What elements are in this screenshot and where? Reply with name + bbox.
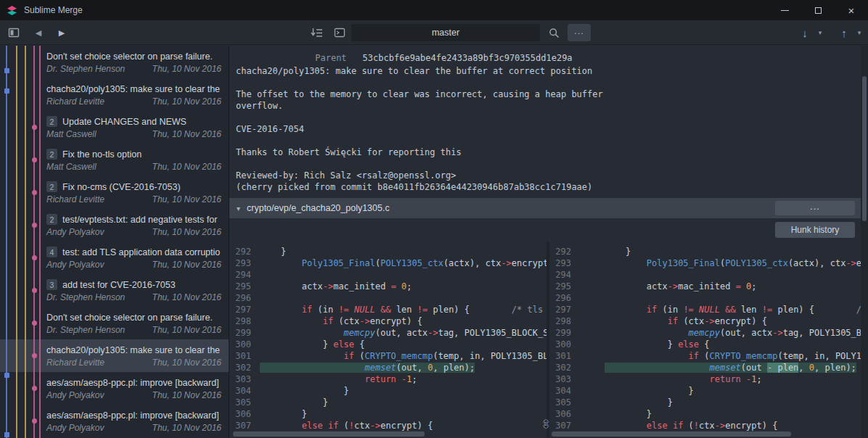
code-text [260, 270, 265, 280]
file-name: crypto/evp/e_chacha20_poly1305.c [247, 203, 390, 213]
commit-message: chacha20/poly1305: make sure to clear th… [236, 65, 868, 193]
commit-message-line [236, 77, 868, 88]
line-number: 301 [232, 350, 251, 362]
push-options-button[interactable]: ▾ [853, 24, 865, 41]
parent-commit-row: Parent53cbcbf6e9abe4fe2433a89bf3c970355d… [236, 46, 868, 52]
line-number: 294 [552, 269, 571, 281]
file-more-button[interactable]: ... [775, 201, 855, 215]
line-number: 298 [552, 315, 571, 327]
commit-author: Andy Polyakov [46, 227, 104, 237]
line-number: 306 [232, 408, 251, 420]
vertical-scrollbar[interactable] [861, 46, 868, 438]
commit-row[interactable]: aes/asm/aesp8-ppc.pl: improve [backward]… [0, 405, 229, 437]
commit-message-line: (cherry picked from commit b8e4011fb2636… [236, 181, 868, 193]
commit-row[interactable]: 2Fix the no-tls optionMatt CaswellThu, 1… [0, 144, 229, 176]
commit-row[interactable]: aes/asm/aesp8-ppc.pl: improve [backward]… [0, 372, 229, 405]
commit-row[interactable]: 2Update CHANGES and NEWSMatt CaswellThu,… [0, 111, 229, 144]
maximize-button[interactable] [801, 0, 835, 20]
horizontal-scrollbar-left[interactable] [233, 431, 425, 437]
code-text: actx->mac_inited = 0; [605, 281, 757, 292]
commit-row[interactable]: 3add test for CVE-2016-7053Dr. Stephen H… [0, 274, 229, 307]
commit-message-line: The offset to the memory to clear was in… [236, 88, 868, 100]
minimize-button[interactable] [768, 0, 801, 20]
code-text: } [605, 397, 673, 408]
commit-row[interactable]: 4test: add TLS application data corrupti… [0, 241, 229, 274]
diff-code-line: 303 return -1; [552, 373, 861, 385]
commit-row[interactable]: chacha20/poly1305: make sure to clear th… [0, 78, 229, 111]
goto-commit-button[interactable] [306, 24, 327, 41]
commit-meta: Richard LevitteThu, 10 Nov 2016 [46, 96, 221, 107]
commit-date: Thu, 10 Nov 2016 [152, 325, 221, 335]
diff-left[interactable]: 292 }293 Poly1305_Final(POLY1305_ctx(act… [229, 241, 546, 438]
commit-meta: Richard LevitteThu, 10 Nov 2016 [46, 358, 221, 368]
commit-title: 2Fix the no-tls option [46, 147, 221, 161]
pull-button[interactable]: ↓ [795, 24, 814, 41]
commit-date: Thu, 10 Nov 2016 [152, 358, 221, 368]
diff-code-line: 295 actx->mac_inited = 0; [232, 281, 546, 292]
commit-row[interactable]: 2Fix no-cms (CVE-2016-7053)Richard Levit… [0, 176, 229, 209]
commit-row[interactable]: chacha20/poly1305: make sure to clear th… [0, 339, 229, 372]
diff-code-line: 304 } [552, 385, 861, 397]
code-text: memcpy(out, actx->tag, POLY1305_BLOCK_S [605, 328, 861, 338]
commit-date: Thu, 10 Nov 2016 [152, 162, 221, 172]
file-header-bar[interactable]: ▾ crypto/evp/e_chacha20_poly1305.c ... [229, 198, 861, 218]
diff-code-line: 292 } [552, 246, 861, 257]
search-button[interactable] [544, 24, 563, 41]
commit-title: aes/asm/aesp8-ppc.pl: improve [backward] [46, 408, 221, 422]
diff-code-line: 296 [232, 292, 546, 304]
commit-date: Thu, 10 Nov 2016 [152, 423, 221, 433]
branch-selector[interactable]: master [351, 24, 540, 41]
toolbar-more-button[interactable]: ... [568, 24, 591, 41]
diff-view: 292 }293 Poly1305_Final(POLY1305_ctx(act… [229, 241, 861, 438]
diff-right[interactable]: 292 }293 Poly1305_Final(POLY1305_ctx(act… [549, 241, 861, 438]
pull-options-button[interactable]: ▾ [814, 24, 826, 41]
diff-code-line: 298 if (ctx->encrypt) { [552, 315, 861, 327]
diff-code-line: 292 } [232, 246, 546, 257]
commit-author: Dr. Stephen Henson [46, 325, 125, 335]
chevron-down-icon: ▾ [819, 29, 822, 36]
commit-row[interactable]: 2test/evptests.txt: add negative tests f… [0, 209, 229, 241]
commit-row[interactable]: Don't set choice selector on parse failu… [0, 307, 229, 339]
commit-author: Dr. Stephen Henson [46, 64, 125, 74]
diff-code-line: 306 } [552, 408, 861, 420]
commit-message-line: chacha20/poly1305: make sure to clear th… [236, 65, 868, 77]
diff-code-line: 299 memcpy(out, actx->tag, POLY1305_BLOC… [232, 327, 546, 339]
commit-count-badge: 3 [46, 279, 57, 290]
forward-button[interactable]: ▶ [52, 24, 71, 41]
commit-title: 2test/evptests.txt: add negative tests f… [46, 212, 221, 226]
code-text: } [605, 247, 631, 257]
hunk-history-label: Hunk history [791, 225, 840, 235]
line-number: 302 [232, 362, 251, 373]
commit-count-badge: 2 [46, 181, 57, 192]
commit-meta: Dr. Stephen HensonThu, 10 Nov 2016 [46, 325, 221, 335]
horizontal-scrollbar-right[interactable] [552, 431, 791, 437]
commit-author: Matt Caswell [46, 129, 97, 139]
commit-author: Andy Polyakov [46, 423, 104, 433]
vertical-scrollbar-thumb[interactable] [862, 76, 867, 221]
commit-row[interactable]: Don't set choice selector on parse failu… [0, 46, 229, 78]
commit-author: Dr. Stephen Henson [46, 292, 125, 302]
close-button[interactable]: × [835, 0, 868, 20]
code-text: } [260, 409, 307, 419]
code-text [605, 270, 610, 280]
back-button[interactable]: ◀ [29, 24, 48, 41]
commit-message-line: CVE-2016-7054 [236, 123, 868, 135]
code-text: if (ctx->encrypt) { [605, 316, 767, 326]
title-bar: Sublime Merge × [0, 0, 868, 20]
commit-detail-panel: Parent53cbcbf6e9abe4fe2433a89bf3c970355d… [229, 46, 868, 438]
line-number: 297 [232, 304, 251, 315]
code-text: if (in != NULL && len != plen) { /* tls [260, 305, 543, 315]
command-box-button[interactable] [329, 24, 350, 41]
push-button[interactable]: ↑ [835, 24, 853, 41]
goto-commit-icon [311, 28, 323, 38]
parent-hash[interactable]: 53cbcbf6e9abe4fe2433a89bf3c970355dd1e29a [363, 53, 573, 63]
hunk-history-button[interactable]: Hunk history [775, 222, 855, 238]
commit-date: Thu, 10 Nov 2016 [152, 64, 221, 74]
line-number: 298 [232, 315, 251, 327]
commit-title: chacha20/poly1305: make sure to clear th… [46, 343, 221, 357]
commit-title: 2Fix no-cms (CVE-2016-7053) [46, 180, 221, 194]
layout-button[interactable] [4, 24, 23, 41]
window-title: Sublime Merge [24, 5, 83, 15]
changed-code-text: memset(out, 0, plen); [260, 363, 475, 373]
code-text: actx->mac_inited = 0; [260, 281, 412, 292]
